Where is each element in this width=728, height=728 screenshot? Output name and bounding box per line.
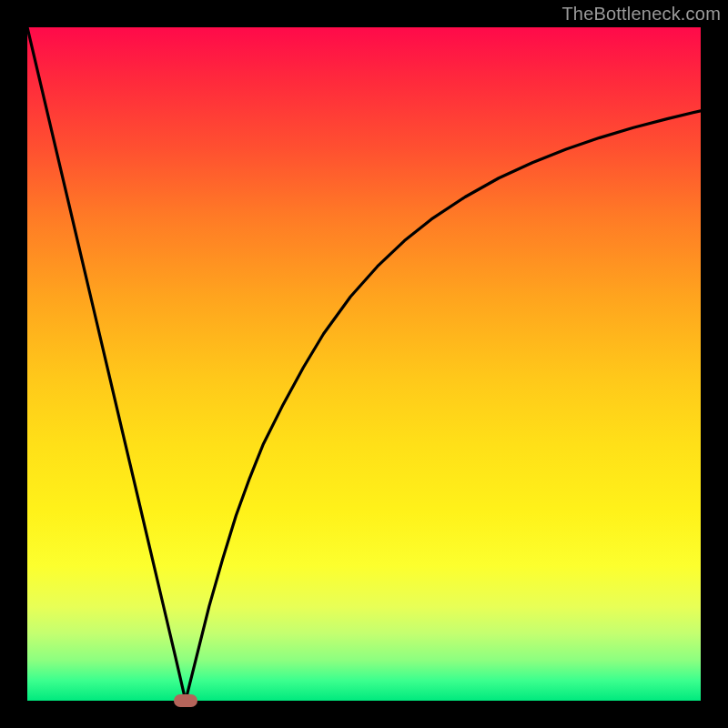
curve-svg — [27, 27, 701, 701]
plot-area — [27, 27, 701, 701]
bottleneck-curve — [27, 27, 701, 701]
chart-frame: TheBottleneck.com — [0, 0, 728, 728]
minimum-marker — [174, 694, 197, 707]
watermark-text: TheBottleneck.com — [561, 4, 721, 25]
